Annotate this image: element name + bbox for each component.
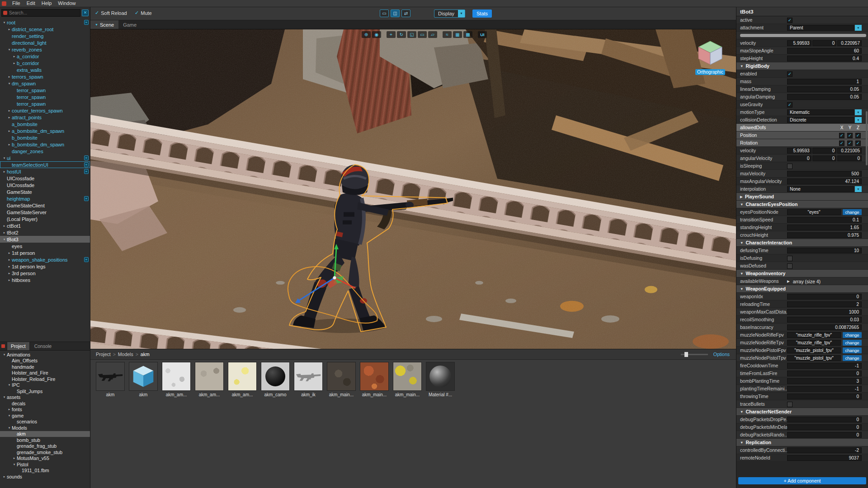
hscrollbar-thumb[interactable] — [740, 34, 866, 37]
tree-item-holster-reload-fire[interactable]: Holster_Reload_Fire — [0, 376, 90, 382]
tree-arrow-icon[interactable]: ▸ — [7, 272, 12, 275]
marquee-icon[interactable]: ▱ — [428, 31, 437, 38]
tree-arrow-icon[interactable]: ▸ — [7, 129, 12, 133]
tree-item-animations[interactable]: ▾Animations — [0, 352, 90, 358]
expand-badge-icon[interactable]: » — [84, 20, 89, 25]
value-field[interactable]: 0.1 — [787, 217, 862, 223]
array-expand-icon[interactable]: ▶ — [787, 279, 790, 283]
tree-arrow-icon[interactable]: ▸ — [7, 265, 12, 268]
options-button[interactable]: Options — [713, 352, 730, 357]
projection-mode-label[interactable]: Orthographic — [695, 69, 725, 75]
checkbox-isdefusing[interactable] — [787, 256, 793, 261]
tree-arrow-icon[interactable]: ▸ — [2, 224, 7, 228]
breadcrumb-akm[interactable]: akm — [141, 352, 150, 357]
tree-arrow-icon[interactable]: ▸ — [12, 55, 17, 58]
curve-icon[interactable]: ≈ — [443, 31, 452, 38]
tree-item-tbot3[interactable]: ▾tBot3 — [0, 236, 90, 243]
tree-arrow-icon[interactable]: ▸ — [7, 109, 12, 113]
layout-swap-button[interactable]: ⇄ — [401, 9, 410, 17]
tree-item-models[interactable]: ▾Models — [0, 425, 90, 431]
tree-item-attract-points[interactable]: ▸attract_points — [0, 114, 90, 121]
dof-checkbox-x[interactable]: ✓ — [839, 141, 844, 146]
asset-item-akm-1[interactable]: akm — [129, 362, 158, 397]
slider-thumb[interactable] — [684, 352, 688, 357]
dropdown-arrow-icon[interactable]: ▾ — [855, 117, 862, 123]
string-value[interactable]: "muzzle_rifle_tpv" — [787, 340, 841, 346]
change-button[interactable]: change — [843, 347, 862, 353]
tree-arrow-icon[interactable]: ▸ — [7, 278, 12, 282]
value-field-x[interactable]: 0 — [787, 155, 811, 161]
rotate-icon[interactable]: ↻ — [397, 31, 406, 38]
tab-project[interactable]: Project — [7, 342, 30, 351]
string-value[interactable]: "eyes" — [787, 209, 841, 215]
tree-item-b-bombsite-dm-spawn[interactable]: ▸b_bombsite_dm_spawn — [0, 141, 90, 148]
value-field[interactable]: -1 — [787, 386, 862, 392]
value-field[interactable]: 0.00872665 — [787, 324, 862, 330]
dropdown-arrow-icon[interactable]: ▾ — [855, 109, 862, 115]
tree-item-b-bombsite[interactable]: b_bombsite — [0, 134, 90, 141]
tree-item-aim-offsets[interactable]: Aim_Offsets — [0, 358, 90, 364]
tree-item-gamestate[interactable]: GameState — [0, 188, 90, 195]
checkbox-wasdefused[interactable] — [787, 263, 793, 269]
rect-transform-icon[interactable]: ▭ — [418, 31, 427, 38]
tree-arrow-icon[interactable]: ▸ — [7, 258, 12, 262]
section-header-playersound[interactable]: ▶PlayerSound — [736, 193, 868, 201]
add-component-button[interactable]: + Add component — [738, 477, 866, 484]
asset-item-akm-am-4[interactable]: akm_am... — [228, 362, 257, 397]
value-field[interactable]: 0 — [787, 294, 862, 300]
display-dropdown[interactable]: Display ▾ — [434, 9, 465, 18]
tree-item-terror-spawn[interactable]: terror_spawn — [0, 87, 90, 94]
snap-grid-icon[interactable]: ▩ — [463, 31, 472, 38]
tree-arrow-icon[interactable]: ▸ — [2, 170, 7, 174]
value-field[interactable]: 0 — [787, 424, 862, 430]
tree-item-grenade-smoke-stub[interactable]: grenade_smoke_stub — [0, 449, 90, 455]
expand-badge-icon[interactable]: » — [84, 162, 89, 167]
layout-single-button[interactable]: ▭ — [380, 9, 389, 17]
checkbox-usegravity[interactable]: ✓ — [787, 102, 793, 108]
value-field[interactable]: 0.05 — [787, 86, 862, 92]
tree-item-dm-spawn[interactable]: ▾dm_spawn — [0, 80, 90, 87]
tree-item-sounds[interactable]: ▸sounds — [0, 474, 90, 480]
value-field-y[interactable]: 0 — [812, 155, 837, 161]
grid-icon[interactable]: ▦ — [453, 31, 462, 38]
value-field[interactable]: 2 — [787, 301, 862, 307]
ui-toggle-button[interactable]: UI — [478, 31, 487, 38]
value-field[interactable]: 3 — [787, 378, 862, 384]
tree-item-handmade[interactable]: handmade — [0, 364, 90, 370]
tree-item-ui[interactable]: ▾ui» — [0, 155, 90, 161]
frame-selected-icon[interactable]: ⊕ — [362, 31, 371, 38]
orientation-cube-icon[interactable] — [696, 39, 725, 66]
stats-button[interactable]: Stats — [472, 9, 492, 18]
tree-item-scenarios[interactable]: scenarios — [0, 419, 90, 425]
value-field-x[interactable]: 5.99593 — [787, 40, 811, 46]
section-header-characterinteraction[interactable]: ▼CharacterInteraction — [736, 239, 868, 247]
tree-item-assets[interactable]: ▾assets — [0, 394, 90, 401]
value-field[interactable]: 0 — [787, 417, 862, 422]
value-field[interactable]: 47.124 — [787, 178, 862, 184]
tree-arrow-icon[interactable]: ▸ — [7, 28, 12, 31]
tree-arrow-icon[interactable]: ▾ — [7, 82, 12, 85]
orientation-gizmo[interactable]: Orthographic — [693, 39, 728, 75]
section-header-charactereyesposition[interactable]: ▼CharacterEyesPosition — [736, 201, 868, 208]
dof-checkbox-x[interactable]: ✓ — [839, 133, 844, 138]
value-field[interactable]: 0 — [787, 394, 862, 399]
asset-item-akm-am-2[interactable]: akm_am... — [162, 362, 191, 397]
select-value[interactable]: Parent — [787, 25, 854, 31]
section-header-rigidbody[interactable]: ▼RigidBody — [736, 62, 868, 70]
tab-console[interactable]: Console — [31, 342, 56, 350]
tree-item-teamselectionui[interactable]: teamSelectionUI» — [0, 161, 90, 168]
tree-item-local-player[interactable]: (Local Player) — [0, 216, 90, 222]
tree-arrow-icon[interactable]: ▾ — [7, 48, 12, 52]
tree-item-eyes[interactable]: eyes — [0, 243, 90, 249]
viewport-3d-scene[interactable] — [90, 29, 736, 349]
expand-badge-icon[interactable]: » — [84, 155, 89, 160]
select-value[interactable]: Kinematic — [787, 109, 854, 115]
value-field-z[interactable]: 0.220957 — [837, 40, 862, 46]
tree-arrow-icon[interactable]: ▾ — [2, 353, 7, 357]
tree-arrow-icon[interactable]: ▸ — [7, 408, 12, 411]
tree-item-terrors-spawn[interactable]: ▸terrors_spawn — [0, 73, 90, 80]
tree-arrow-icon[interactable]: ▸ — [7, 251, 12, 255]
value-field-y[interactable]: 0 — [812, 148, 837, 154]
tree-item-grenade-frag-stub[interactable]: grenade_frag_stub — [0, 443, 90, 450]
change-button[interactable]: change — [843, 209, 862, 215]
